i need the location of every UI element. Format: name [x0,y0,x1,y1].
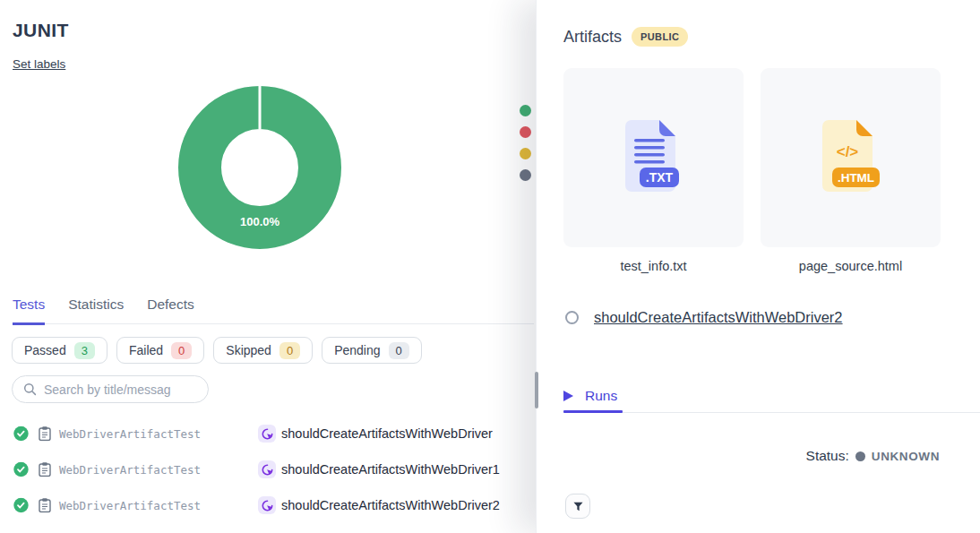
test-suite-name: WebDriverArtifactTest [59,427,201,441]
page-title: JUNIT [13,20,69,41]
filter-failed-label: Failed [129,343,163,357]
test-suite-name: WebDriverArtifactTest [59,499,201,512]
passed-check-icon [13,498,29,513]
status-value: UNKNOWN [872,450,940,463]
public-badge: PUBLIC [632,27,688,47]
test-suite-name: WebDriverArtifactTest [59,463,201,477]
report-tabs: Tests Statistics Defects [13,297,534,324]
runs-toggle[interactable]: Runs [563,388,617,404]
filter-skipped-label: Skipped [226,343,271,357]
chart-legend [520,105,531,181]
svg-text:</>: </> [836,143,858,160]
filter-skipped-count: 0 [279,342,300,359]
test-row[interactable]: WebDriverArtifactTest shouldCreateArtifa… [0,451,535,487]
test-name-link[interactable]: shouldCreateArtifactsWithWebDriver2 [281,498,500,512]
search-input[interactable] [44,383,199,397]
txt-ext-label: .TXT [645,170,673,185]
set-labels-link[interactable]: Set labels [13,57,65,71]
artifact-filename: test_info.txt [563,259,744,273]
filter-failed[interactable]: Failed 0 [116,337,204,364]
passed-check-icon [13,426,29,442]
tab-tests[interactable]: Tests [13,297,45,325]
legend-dot-pending[interactable] [520,169,531,181]
test-name-link[interactable]: shouldCreateArtifactsWithWebDriver [281,426,493,441]
filter-pending[interactable]: Pending 0 [322,337,422,364]
status-label: Status: [806,448,849,464]
test-detail-drawer: Artifacts PUBLIC .TXT [536,0,980,533]
filter-skipped[interactable]: Skipped 0 [213,337,313,364]
runs-label: Runs [585,388,617,404]
legend-dot-failed[interactable] [520,126,531,138]
search-icon [23,383,37,396]
status-filter-chips: Passed 3 Failed 0 Skipped 0 Pending 0 [12,337,422,364]
search-box [12,375,209,403]
test-status-circle-icon [565,311,579,324]
tab-defects[interactable]: Defects [147,297,194,323]
results-donut-chart: 100.0% [178,86,341,249]
linked-test-row: shouldCreateArtifactsWithWebDriver2 [565,309,843,326]
scrollbar-thumb[interactable] [535,372,538,408]
donut-center-label: 100.0% [240,215,280,228]
donut-slice-gap [259,86,262,129]
filter-failed-count: 0 [171,342,192,359]
tab-statistics[interactable]: Statistics [68,297,124,323]
filter-button[interactable] [565,494,590,519]
filter-passed-count: 3 [74,342,95,359]
clipboard-icon [38,426,52,442]
legend-dot-passed[interactable] [520,105,531,116]
passed-check-icon [13,462,29,477]
txt-file-icon: .TXT [613,116,695,199]
funnel-icon [572,501,584,512]
runs-active-underline [563,410,623,413]
test-row[interactable]: WebDriverArtifactTest shouldCreateArtifa… [0,487,535,523]
test-list: WebDriverArtifactTest shouldCreateArtifa… [0,416,535,523]
clipboard-icon [38,462,52,477]
artifact-filename: page_source.html [761,259,941,273]
artifact-card-html[interactable]: </> .HTML [761,68,941,247]
linked-test-link[interactable]: shouldCreateArtifactsWithWebDriver2 [594,309,843,326]
html-file-icon: </> .HTML [810,116,892,199]
status-row: Status: UNKNOWN [806,448,940,464]
artifacts-heading: Artifacts [563,28,622,47]
open-test-icon[interactable] [258,496,276,514]
status-dot-icon [855,451,865,461]
artifact-card-txt[interactable]: .TXT [563,68,744,247]
clipboard-icon [38,498,52,513]
collapsed-arrow-icon [563,391,573,401]
filter-pending-label: Pending [334,343,380,357]
runs-divider [563,412,980,413]
legend-dot-skipped[interactable] [520,148,531,159]
open-test-icon[interactable] [258,460,276,478]
html-ext-label: .HTML [837,171,873,185]
filter-passed[interactable]: Passed 3 [12,337,107,364]
filter-passed-label: Passed [24,343,66,357]
test-name-link[interactable]: shouldCreateArtifactsWithWebDriver1 [281,462,500,477]
test-row[interactable]: WebDriverArtifactTest shouldCreateArtifa… [0,416,535,451]
filter-pending-count: 0 [389,342,409,359]
artifact-cards: .TXT </> .HTML test_info.txt page_source… [563,68,941,247]
open-test-icon[interactable] [258,425,276,443]
